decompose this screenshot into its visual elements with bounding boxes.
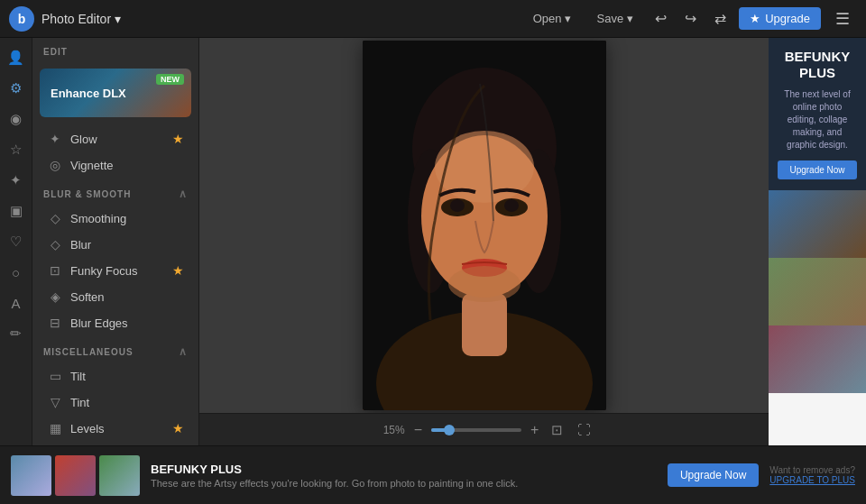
icon-shape-button[interactable]: ○ xyxy=(4,260,29,285)
icon-bar: 👤 ⚙ ◉ ☆ ✦ ▣ ♡ ○ A ✏ xyxy=(0,38,32,445)
app-title: Photo Editor ▾ xyxy=(41,12,121,26)
canvas-area: 15% − + ⊡ ⛶ xyxy=(199,38,769,445)
smoothing-item[interactable]: ◇ Smoothing xyxy=(36,206,195,231)
blur-smooth-section-title: BLUR & SMOOTH ∧ xyxy=(32,179,198,205)
ad-image-1 xyxy=(769,190,866,258)
zoom-minus-button[interactable]: − xyxy=(412,422,424,438)
main-area: 👤 ⚙ ◉ ☆ ✦ ▣ ♡ ○ A ✏ EDIT Enhance DLX NEW… xyxy=(0,38,866,445)
ad-thumb-1 xyxy=(11,455,51,496)
soften-label: Soften xyxy=(70,290,105,304)
soften-icon: ◈ xyxy=(47,289,63,304)
ad-main: BEFUNKY PLUS The next level of online ph… xyxy=(769,38,866,190)
fullscreen-button[interactable]: ⛶ xyxy=(574,420,594,439)
enhance-card-badge: NEW xyxy=(156,74,184,85)
open-button[interactable]: Open ▾ xyxy=(524,8,581,29)
svg-point-13 xyxy=(448,266,521,302)
edit-section-title: EDIT xyxy=(32,38,198,61)
save-label: Save xyxy=(596,12,623,25)
bottom-ad-right: Want to remove ads? UPGRADE TO PLUS xyxy=(769,465,855,485)
title-dropdown-icon: ▾ xyxy=(115,12,121,26)
zoom-plus-button[interactable]: + xyxy=(529,422,540,438)
menu-button[interactable]: ☰ xyxy=(828,5,857,32)
ad-main-title: BEFUNKY PLUS xyxy=(778,49,857,81)
smoothing-icon: ◇ xyxy=(47,211,63,225)
icon-sliders-button[interactable]: ⚙ xyxy=(4,76,29,101)
blur-label: Blur xyxy=(70,238,91,252)
vignette-item[interactable]: ◎ Vignette xyxy=(36,152,195,178)
tint-item[interactable]: ▽ Tint xyxy=(36,389,195,415)
canvas-container[interactable] xyxy=(199,38,769,413)
icon-eye-button[interactable]: ◉ xyxy=(4,106,29,132)
svg-point-11 xyxy=(504,199,519,212)
blur-item[interactable]: ◇ Blur xyxy=(36,232,195,257)
bottom-ad-thumbnails xyxy=(11,455,140,496)
ad-image-2 xyxy=(769,258,866,325)
icon-heart-button[interactable]: ♡ xyxy=(4,229,29,254)
svg-rect-2 xyxy=(462,293,507,356)
app-logo: b xyxy=(9,6,34,32)
right-ad-panel: BEFUNKY PLUS The next level of online ph… xyxy=(769,38,866,445)
undo-button[interactable]: ↩ xyxy=(650,6,672,31)
upgrade-label: Upgrade xyxy=(765,12,810,25)
blur-smooth-collapse-icon[interactable]: ∧ xyxy=(179,188,188,200)
icon-star-button[interactable]: ☆ xyxy=(4,137,29,162)
icon-layers-button[interactable]: ▣ xyxy=(4,198,29,224)
zoom-slider-thumb xyxy=(444,425,455,435)
open-dropdown-icon: ▾ xyxy=(565,12,571,25)
bottom-ad-text: BEFUNKY PLUS These are the Artsy effects… xyxy=(151,463,657,489)
redo-button[interactable]: ↪ xyxy=(679,6,702,31)
upgrade-button[interactable]: ★ Upgrade xyxy=(739,7,821,30)
vignette-label: Vignette xyxy=(70,159,113,172)
bottom-upgrade-button[interactable]: Upgrade Now xyxy=(668,463,759,487)
icon-effects-button[interactable]: ✦ xyxy=(4,168,29,193)
side-panel: EDIT Enhance DLX NEW ✦ Glow ★ ◎ Vignette… xyxy=(32,38,199,445)
save-dropdown-icon: ▾ xyxy=(627,12,633,25)
blur-icon: ◇ xyxy=(47,237,63,252)
funky-focus-item[interactable]: ⊡ Funky Focus ★ xyxy=(36,258,195,283)
icon-text-button[interactable]: A xyxy=(4,290,29,316)
ad-thumb-2 xyxy=(55,455,96,496)
icon-person-button[interactable]: 👤 xyxy=(4,45,29,70)
funky-focus-icon: ⊡ xyxy=(47,263,63,278)
zoom-slider[interactable] xyxy=(431,428,521,432)
glow-icon: ✦ xyxy=(47,132,63,146)
funky-focus-badge: ★ xyxy=(172,263,184,278)
fit-screen-button[interactable]: ⊡ xyxy=(548,420,567,440)
photo-svg xyxy=(363,41,606,410)
levels-badge: ★ xyxy=(172,421,184,435)
tint-label: Tint xyxy=(70,396,89,409)
svg-point-10 xyxy=(450,199,465,212)
glow-item[interactable]: ✦ Glow ★ xyxy=(36,126,195,151)
enhance-card-label: Enhance DLX xyxy=(51,87,126,100)
blur-edges-icon: ⊟ xyxy=(47,316,63,330)
tint-icon: ▽ xyxy=(47,395,63,409)
upgrade-to-plus-link[interactable]: UPGRADE TO PLUS xyxy=(769,475,855,485)
icon-brush-button[interactable]: ✏ xyxy=(4,321,29,346)
levels-item[interactable]: ▦ Levels ★ xyxy=(36,416,195,441)
glow-label: Glow xyxy=(70,133,97,146)
ad-thumb-3 xyxy=(99,455,140,496)
photo-frame xyxy=(363,41,606,410)
save-button[interactable]: Save ▾ xyxy=(587,8,642,29)
glow-badge: ★ xyxy=(172,132,184,146)
tilt-item[interactable]: ▭ Tilt xyxy=(36,363,195,389)
soften-item[interactable]: ◈ Soften xyxy=(36,284,195,309)
vignette-icon: ◎ xyxy=(47,158,63,172)
levels-icon: ▦ xyxy=(47,421,63,435)
rotate-button[interactable]: ⇄ xyxy=(709,6,732,31)
funky-focus-label: Funky Focus xyxy=(70,264,137,278)
zoom-percent: 15% xyxy=(373,424,405,436)
bottom-ad-bar: BEFUNKY PLUS These are the Artsy effects… xyxy=(0,445,866,504)
miscellaneous-section-title: MISCELLANEOUS ∧ xyxy=(32,336,198,362)
color-mixer-item[interactable]: ⊕ Color Mixer xyxy=(36,442,195,445)
topbar: b Photo Editor ▾ Open ▾ Save ▾ ↩ ↪ ⇄ ★ U… xyxy=(0,0,866,38)
enhance-card[interactable]: Enhance DLX NEW xyxy=(40,69,191,117)
open-label: Open xyxy=(533,12,562,25)
blur-edges-item[interactable]: ⊟ Blur Edges xyxy=(36,310,195,335)
blur-edges-label: Blur Edges xyxy=(70,316,128,330)
ad-upgrade-button[interactable]: Upgrade Now xyxy=(778,160,857,179)
tilt-label: Tilt xyxy=(70,370,86,383)
smoothing-label: Smoothing xyxy=(70,212,126,225)
upgrade-star-icon: ★ xyxy=(750,12,760,25)
misc-collapse-icon[interactable]: ∧ xyxy=(179,345,188,358)
